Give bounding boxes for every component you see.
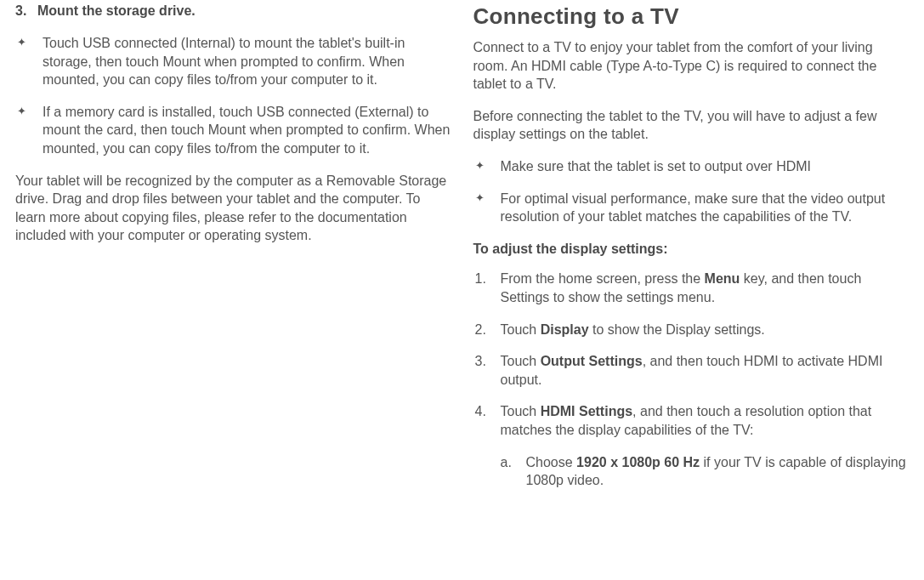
step-bold: Display bbox=[541, 322, 589, 337]
step-text: Touch bbox=[501, 404, 541, 418]
list-item: For optimal visual performance, make sur… bbox=[473, 190, 910, 226]
step-item: Touch Display to show the Display settin… bbox=[473, 321, 910, 339]
step-item: Touch Output Settings, and then touch HD… bbox=[473, 352, 910, 389]
paragraph: Connect to a TV to enjoy your tablet fro… bbox=[473, 38, 910, 94]
step-heading: 3.Mount the storage drive. bbox=[15, 3, 451, 19]
left-column: 3.Mount the storage drive. Touch USB con… bbox=[5, 3, 468, 577]
sub-item: a. Choose 1920 x 1080p 60 Hz if your TV … bbox=[501, 453, 910, 490]
right-bullet-list: Make sure that the tablet is set to outp… bbox=[473, 157, 910, 226]
step-text: Touch bbox=[501, 354, 541, 368]
step-number: 3. bbox=[15, 3, 37, 19]
right-column: Connecting to a TV Connect to a TV to en… bbox=[468, 3, 920, 577]
sub-text: Choose bbox=[526, 455, 577, 469]
list-item: Make sure that the tablet is set to outp… bbox=[473, 157, 910, 176]
left-paragraph: Your tablet will be recognized by the co… bbox=[15, 172, 451, 245]
step-item: Touch HDMI Settings, and then touch a re… bbox=[473, 402, 910, 489]
step-text: From the home screen, press the bbox=[501, 271, 705, 286]
step-bold: Menu bbox=[705, 271, 740, 286]
step-title: Mount the storage drive. bbox=[37, 3, 196, 18]
section-heading: Connecting to a TV bbox=[473, 3, 910, 30]
list-item: If a memory card is installed, touch USB… bbox=[15, 103, 451, 158]
step-bold: Output Settings bbox=[541, 354, 643, 368]
sub-letter: a. bbox=[501, 453, 512, 472]
numbered-steps: From the home screen, press the Menu key… bbox=[473, 270, 910, 489]
step-item: From the home screen, press the Menu key… bbox=[473, 270, 910, 306]
sub-bold: 1920 x 1080p 60 Hz bbox=[576, 455, 700, 469]
step-text: Touch bbox=[501, 322, 541, 337]
list-item: Touch USB connected (Internal) to mount … bbox=[15, 34, 451, 89]
left-bullet-list: Touch USB connected (Internal) to mount … bbox=[15, 34, 451, 158]
sub-list: a. Choose 1920 x 1080p 60 Hz if your TV … bbox=[501, 453, 910, 490]
sub-heading: To adjust the display settings: bbox=[473, 240, 910, 259]
paragraph: Before connecting the tablet to the TV, … bbox=[473, 107, 910, 144]
step-bold: HDMI Settings bbox=[541, 404, 632, 418]
step-text: to show the Display settings. bbox=[589, 322, 765, 337]
